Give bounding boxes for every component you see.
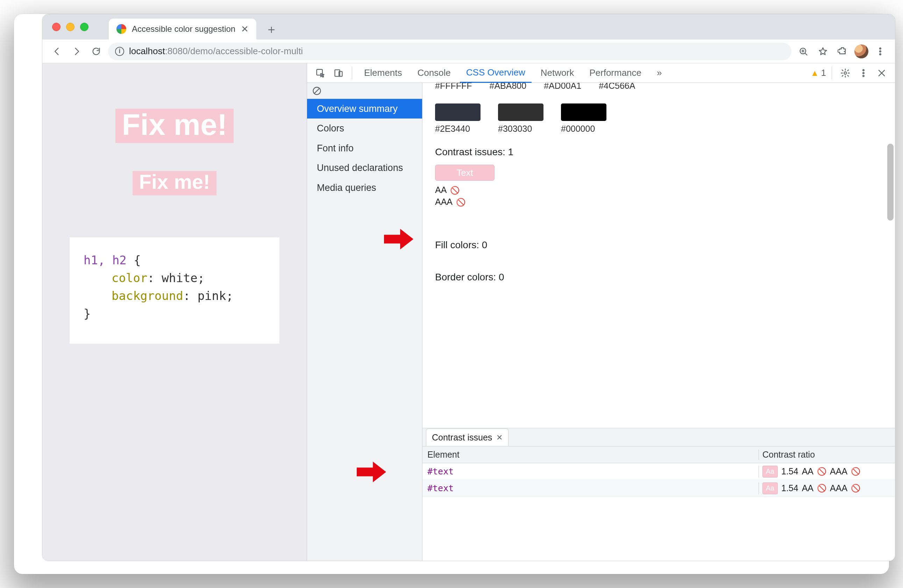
swatch-label: #ABA800 <box>489 83 527 91</box>
svg-point-2 <box>879 51 881 52</box>
clear-overview-icon[interactable] <box>307 83 422 99</box>
sidebar-item-media-queries[interactable]: Media queries <box>307 178 422 198</box>
tab-performance[interactable]: Performance <box>583 63 648 83</box>
reload-button[interactable] <box>88 44 104 59</box>
color-swatch[interactable] <box>498 104 543 121</box>
url-port: :8080 <box>165 46 188 56</box>
inspect-element-icon[interactable] <box>313 65 328 81</box>
demo-heading-1: Fix me! <box>115 109 233 143</box>
fail-icon: 🚫 <box>456 198 466 207</box>
svg-point-1 <box>879 47 881 49</box>
browser-tab[interactable]: Accessible color suggestion ✕ <box>109 19 256 39</box>
device-toolbar-icon[interactable] <box>331 65 346 81</box>
page-viewport: Fix me! Fix me! h1, h2 { color: white; b… <box>42 63 307 561</box>
table-row[interactable]: #text Aa 1.54 AA 🚫 AAA 🚫 <box>422 480 895 497</box>
tab-console[interactable]: Console <box>411 63 457 83</box>
chrome-menu-button[interactable] <box>873 44 888 59</box>
devtools-tabs: Elements Console CSS Overview Network Pe… <box>307 63 895 83</box>
url-path: /demo/accessible-color-multi <box>188 46 303 56</box>
site-info-icon[interactable]: i <box>115 47 124 56</box>
drawer-tab-close-icon[interactable]: ✕ <box>496 433 503 442</box>
extensions-icon[interactable] <box>835 44 850 59</box>
sidebar-item-colors[interactable]: Colors <box>307 118 422 138</box>
contrast-levels: AA🚫 AAA🚫 <box>435 184 883 208</box>
fail-icon: 🚫 <box>450 186 459 195</box>
contrast-issues-table: Element Contrast ratio #text Aa 1.54 AA <box>422 447 895 561</box>
warning-icon: ▲ <box>811 68 819 78</box>
svg-point-10 <box>863 75 864 77</box>
url-host: localhost <box>129 46 165 56</box>
fill-colors-heading: Fill colors: 0 <box>435 239 883 251</box>
css-overview-pane: #FFFFFF #ABA800 #AD00A1 #4C566A #2E3440 <box>422 83 895 561</box>
css-overview-sidebar: Overview summary Colors Font info Unused… <box>307 83 422 561</box>
new-tab-button[interactable]: ＋ <box>263 21 279 38</box>
col-header-contrast: Contrast ratio <box>758 450 895 460</box>
swatch-label: #303030 <box>498 124 543 134</box>
drawer-tab-contrast-issues[interactable]: Contrast issues ✕ <box>426 429 508 446</box>
devtools-panel: Elements Console CSS Overview Network Pe… <box>307 63 895 561</box>
bookmark-star-icon[interactable] <box>815 44 831 59</box>
browser-window: Accessible color suggestion ✕ ＋ i localh… <box>42 14 895 561</box>
tab-css-overview[interactable]: CSS Overview <box>460 63 532 83</box>
svg-rect-4 <box>317 69 322 75</box>
fail-icon: 🚫 <box>817 484 826 493</box>
profile-avatar[interactable] <box>854 44 868 58</box>
fail-icon: 🚫 <box>817 467 826 476</box>
favicon-icon <box>116 24 126 34</box>
border-colors-heading: Border colors: 0 <box>435 272 883 283</box>
swatch-label: #4C566A <box>599 83 635 91</box>
back-button[interactable] <box>49 44 65 59</box>
devtools-close-icon[interactable] <box>874 65 889 81</box>
window-controls <box>52 23 88 31</box>
demo-heading-2: Fix me! <box>132 171 216 195</box>
contrast-sample-chip: Aa <box>762 483 778 494</box>
tab-elements[interactable]: Elements <box>358 63 408 83</box>
fail-icon: 🚫 <box>851 467 861 476</box>
color-swatch[interactable] <box>561 104 606 121</box>
svg-point-3 <box>879 53 881 55</box>
swatch-label: #AD00A1 <box>544 83 581 91</box>
tab-close-button[interactable]: ✕ <box>241 24 249 35</box>
contrast-sample-chip: Aa <box>762 465 778 478</box>
sidebar-item-overview-summary[interactable]: Overview summary <box>307 99 422 118</box>
zoom-window-button[interactable] <box>80 23 88 31</box>
table-row[interactable]: #text Aa 1.54 AA 🚫 AAA 🚫 <box>422 463 895 480</box>
annotation-arrow-icon <box>384 229 414 250</box>
tab-title: Accessible color suggestion <box>132 24 235 34</box>
sidebar-item-font-info[interactable]: Font info <box>307 138 422 158</box>
fail-icon: 🚫 <box>851 484 861 493</box>
tab-strip: Accessible color suggestion ✕ ＋ <box>42 14 895 39</box>
svg-point-8 <box>863 69 864 71</box>
devtools-menu-icon[interactable] <box>856 65 871 81</box>
color-swatch[interactable] <box>435 104 481 121</box>
swatch-label: #FFFFFF <box>435 83 472 91</box>
svg-point-9 <box>863 72 864 74</box>
swatch-label: #000000 <box>561 124 606 134</box>
demo-code-block: h1, h2 { color: white; background: pink;… <box>69 237 279 344</box>
swatch-label: #2E3440 <box>435 124 481 134</box>
svg-point-7 <box>844 72 847 74</box>
forward-button[interactable] <box>69 44 84 59</box>
annotation-arrow-icon <box>357 461 386 483</box>
minimize-window-button[interactable] <box>66 23 74 31</box>
browser-toolbar: i localhost:8080/demo/accessible-color-m… <box>42 39 895 63</box>
tab-network[interactable]: Network <box>534 63 580 83</box>
scrollbar-thumb[interactable] <box>887 144 894 220</box>
more-tabs-button[interactable]: » <box>650 63 668 83</box>
contrast-issue-chip[interactable]: Text <box>435 165 494 181</box>
devtools-settings-icon[interactable] <box>838 65 853 81</box>
sidebar-item-unused-declarations[interactable]: Unused declarations <box>307 158 422 178</box>
issues-warning[interactable]: ▲ 1 <box>811 68 826 78</box>
contrast-issues-heading: Contrast issues: 1 <box>435 146 883 158</box>
devtools-drawer: Contrast issues ✕ Element Contrast ratio <box>422 428 895 561</box>
col-header-element: Element <box>422 450 758 460</box>
zoom-icon[interactable] <box>796 44 811 59</box>
address-bar[interactable]: i localhost:8080/demo/accessible-color-m… <box>108 42 791 60</box>
close-window-button[interactable] <box>52 23 60 31</box>
